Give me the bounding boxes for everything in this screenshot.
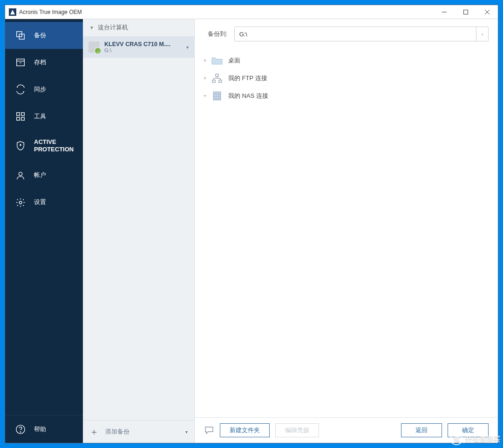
expand-icon[interactable]: +: [201, 75, 209, 81]
svg-point-13: [19, 172, 22, 175]
path-bar: 备份到: ›: [195, 19, 498, 49]
watermark-icon: 值: [450, 433, 462, 445]
list-header-label: 这台计算机: [98, 24, 128, 32]
edit-credentials-button: 编辑凭据: [275, 423, 319, 437]
main-panel: 备份到: › + 桌面 + 我的 FTP 连接 +: [195, 19, 498, 443]
tools-icon: [15, 111, 26, 122]
sidebar-item-label: 同步: [34, 86, 46, 93]
chevron-down-icon[interactable]: ▾: [186, 45, 189, 50]
tree-item-nas[interactable]: + 我的 NAS 连接: [201, 87, 489, 105]
sidebar-item-label: 设置: [34, 198, 46, 206]
sidebar-item-tools[interactable]: 工具: [5, 103, 83, 130]
gear-icon: [15, 197, 26, 208]
svg-point-14: [19, 201, 22, 204]
archive-icon: [15, 57, 26, 68]
window-title: Acronis True Image OEM: [19, 9, 82, 15]
app-icon: [9, 8, 16, 16]
sidebar-item-label: 帮助: [34, 425, 46, 434]
app-window: Acronis True Image OEM 备份 存档 同步: [5, 5, 498, 443]
tree-item-label: 桌面: [228, 56, 240, 65]
sidebar-item-label: 备份: [34, 32, 46, 39]
sidebar-item-archive[interactable]: 存档: [5, 49, 83, 76]
add-backup-button[interactable]: ＋ 添加备份 ▾: [83, 420, 194, 443]
backup-icon: [15, 30, 26, 41]
sidebar-nav: 备份 存档 同步 工具 ACTIVE PROTECTION: [5, 19, 83, 415]
new-folder-button[interactable]: 新建文件夹: [220, 423, 270, 437]
shield-icon: [15, 141, 26, 151]
sidebar: 备份 存档 同步 工具 ACTIVE PROTECTION: [5, 19, 83, 443]
account-icon: [15, 170, 26, 181]
tree-item-ftp[interactable]: + 我的 FTP 连接: [201, 69, 489, 87]
sidebar-item-settings[interactable]: 设置: [5, 189, 83, 216]
watermark-text: 什么值得买: [465, 435, 500, 444]
chevron-down-icon[interactable]: ▾: [185, 429, 188, 434]
backup-list-item[interactable]: ✓ KLEVV CRAS C710 M.... G:\ ▾: [83, 36, 194, 58]
tree-item-label: 我的 FTP 连接: [228, 74, 267, 82]
sidebar-item-label: 工具: [34, 113, 46, 120]
svg-point-16: [20, 432, 20, 432]
sidebar-item-label: 存档: [34, 59, 46, 66]
sidebar-item-label: 帐户: [34, 171, 46, 179]
path-go-button[interactable]: ›: [476, 27, 488, 41]
back-button[interactable]: 返回: [401, 423, 442, 437]
svg-rect-12: [21, 117, 24, 120]
path-input[interactable]: [235, 27, 476, 41]
nas-icon: [211, 91, 224, 101]
close-button[interactable]: [476, 5, 498, 19]
location-tree: + 桌面 + 我的 FTP 连接 + 我的 NAS 连接: [195, 49, 498, 417]
watermark: 值 什么值得买: [450, 433, 500, 445]
list-item-sub: G:\: [104, 48, 184, 53]
svg-rect-6: [17, 59, 25, 66]
sidebar-item-sync[interactable]: 同步: [5, 76, 83, 103]
folder-icon: [211, 55, 224, 66]
backup-list-panel: ▼ 这台计算机 ✓ KLEVV CRAS C710 M.... G:\ ▾ ＋ …: [83, 19, 195, 443]
svg-rect-17: [216, 74, 218, 76]
plus-icon: ＋: [89, 427, 99, 436]
sidebar-item-label: ACTIVE PROTECTION: [34, 138, 74, 154]
app-body: 备份 存档 同步 工具 ACTIVE PROTECTION: [5, 19, 498, 443]
disk-icon: ✓: [88, 41, 100, 53]
svg-rect-11: [17, 117, 20, 120]
sync-icon: [15, 84, 26, 95]
tree-item-label: 我的 NAS 连接: [228, 92, 268, 100]
add-backup-label: 添加备份: [105, 428, 129, 436]
svg-rect-18: [212, 80, 215, 82]
sidebar-item-backup[interactable]: 备份: [5, 22, 83, 49]
path-label: 备份到:: [208, 30, 228, 38]
titlebar: Acronis True Image OEM: [5, 5, 498, 19]
minimize-button[interactable]: [434, 5, 455, 19]
window-controls: [434, 5, 498, 19]
sidebar-item-active-protection[interactable]: ACTIVE PROTECTION: [5, 130, 83, 162]
path-input-wrapper: ›: [234, 27, 489, 41]
chevron-down-icon: ▼: [89, 25, 94, 30]
svg-rect-1: [464, 10, 468, 14]
network-icon: [211, 73, 224, 83]
help-icon: [15, 424, 26, 434]
svg-rect-9: [17, 113, 20, 115]
svg-rect-19: [219, 80, 222, 82]
maximize-button[interactable]: [455, 5, 476, 19]
list-item-name: KLEVV CRAS C710 M....: [104, 41, 184, 48]
sidebar-item-help[interactable]: 帮助: [5, 415, 83, 443]
chat-icon[interactable]: [204, 426, 214, 434]
expand-icon[interactable]: +: [201, 93, 209, 99]
sidebar-item-account[interactable]: 帐户: [5, 162, 83, 189]
list-item-texts: KLEVV CRAS C710 M.... G:\: [104, 41, 184, 53]
list-header[interactable]: ▼ 这台计算机: [83, 19, 194, 36]
tree-item-desktop[interactable]: + 桌面: [201, 52, 489, 69]
expand-icon[interactable]: +: [201, 57, 209, 64]
svg-rect-10: [21, 113, 24, 115]
